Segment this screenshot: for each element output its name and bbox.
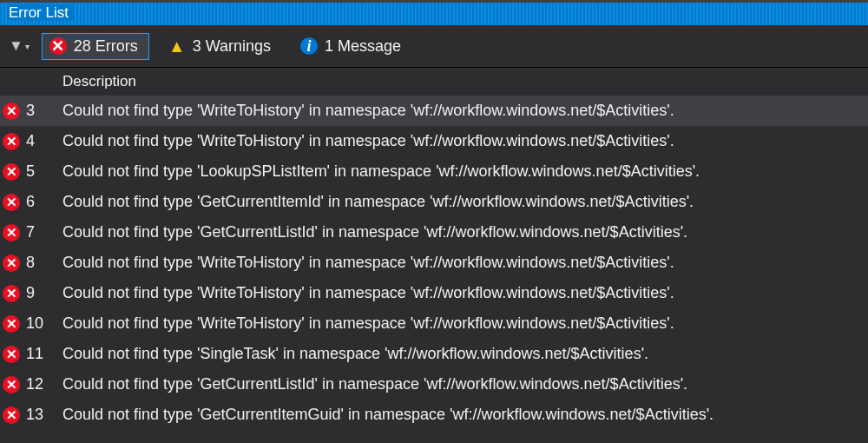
- row-description: Could not find type 'GetCurrentItemGuid'…: [59, 406, 868, 424]
- grid-header: Description: [0, 68, 868, 96]
- panel-title: Error List: [0, 0, 868, 25]
- row-description: Could not find type 'GetCurrentListId' i…: [59, 375, 868, 393]
- row-description: Could not find type 'WriteToHistory' in …: [59, 284, 868, 302]
- table-row[interactable]: ✕9Could not find type 'WriteToHistory' i…: [0, 278, 868, 308]
- error-icon: ✕: [3, 133, 20, 150]
- row-icon-cell: ✕: [0, 407, 23, 424]
- row-description: Could not find type 'SingleTask' in name…: [59, 345, 868, 363]
- errors-count-label: 28 Errors: [74, 37, 138, 56]
- info-icon: i: [300, 37, 318, 55]
- row-icon-cell: ✕: [0, 102, 23, 120]
- messages-count-label: 1 Message: [325, 37, 401, 56]
- errors-toggle[interactable]: ✕ 28 Errors: [42, 33, 149, 60]
- row-icon-cell: ✕: [0, 346, 23, 363]
- error-icon: ✕: [3, 194, 20, 211]
- row-number: 6: [23, 193, 59, 211]
- error-icon: ✕: [3, 407, 20, 424]
- error-icon: ✕: [3, 224, 20, 241]
- row-description: Could not find type 'GetCurrentListId' i…: [59, 223, 868, 241]
- error-icon: ✕: [3, 346, 20, 363]
- table-row[interactable]: ✕5Could not find type 'LookupSPListItem'…: [0, 156, 868, 187]
- error-icon: ✕: [3, 376, 20, 393]
- error-grid: ✕3Could not find type 'WriteToHistory' i…: [0, 96, 868, 430]
- warnings-toggle[interactable]: ▲ 3 Warnings: [161, 33, 281, 60]
- row-icon-cell: ✕: [0, 163, 23, 181]
- row-number: 4: [23, 132, 59, 150]
- table-row[interactable]: ✕12Could not find type 'GetCurrentListId…: [0, 369, 868, 400]
- error-icon: ✕: [3, 102, 20, 120]
- table-row[interactable]: ✕10Could not find type 'WriteToHistory' …: [0, 308, 868, 339]
- error-icon: ✕: [3, 315, 20, 333]
- toolbar: ▼ ▾ ✕ 28 Errors ▲ 3 Warnings i 1 Message: [0, 25, 868, 68]
- error-icon: ✕: [3, 285, 20, 302]
- row-icon-cell: ✕: [0, 315, 23, 333]
- table-row[interactable]: ✕13Could not find type 'GetCurrentItemGu…: [0, 400, 868, 430]
- panel-title-text: Error List: [9, 4, 74, 21]
- row-number: 5: [23, 162, 59, 181]
- table-row[interactable]: ✕8Could not find type 'WriteToHistory' i…: [0, 248, 868, 278]
- row-number: 11: [23, 345, 59, 363]
- row-description: Could not find type 'WriteToHistory' in …: [59, 314, 868, 333]
- warning-icon: ▲: [168, 36, 186, 56]
- warnings-count-label: 3 Warnings: [193, 37, 271, 56]
- filter-dropdown[interactable]: ▼ ▾: [9, 37, 30, 55]
- row-icon-cell: ✕: [0, 285, 23, 302]
- error-icon: ✕: [3, 255, 20, 272]
- table-row[interactable]: ✕3Could not find type 'WriteToHistory' i…: [0, 96, 868, 126]
- funnel-icon: ▼: [9, 37, 23, 55]
- table-row[interactable]: ✕7Could not find type 'GetCurrentListId'…: [0, 217, 868, 248]
- header-description[interactable]: Description: [59, 73, 868, 90]
- error-icon: ✕: [3, 163, 20, 181]
- table-row[interactable]: ✕6Could not find type 'GetCurrentItemId'…: [0, 187, 868, 217]
- row-description: Could not find type 'WriteToHistory' in …: [59, 132, 868, 150]
- row-icon-cell: ✕: [0, 255, 23, 272]
- row-description: Could not find type 'WriteToHistory' in …: [59, 254, 868, 272]
- row-number: 12: [23, 375, 59, 393]
- row-description: Could not find type 'LookupSPListItem' i…: [59, 162, 868, 181]
- row-description: Could not find type 'GetCurrentItemId' i…: [59, 193, 868, 211]
- table-row[interactable]: ✕4Could not find type 'WriteToHistory' i…: [0, 126, 868, 156]
- row-number: 7: [23, 223, 59, 241]
- table-row[interactable]: ✕11Could not find type 'SingleTask' in n…: [0, 339, 868, 369]
- row-icon-cell: ✕: [0, 133, 23, 150]
- row-number: 8: [23, 254, 59, 272]
- row-number: 10: [23, 314, 59, 333]
- row-number: 13: [23, 406, 59, 424]
- row-number: 9: [23, 284, 59, 302]
- row-icon-cell: ✕: [0, 194, 23, 211]
- messages-toggle[interactable]: i 1 Message: [293, 34, 411, 59]
- chevron-down-icon: ▾: [25, 42, 30, 51]
- row-number: 3: [23, 102, 59, 120]
- error-icon: ✕: [49, 37, 67, 55]
- row-icon-cell: ✕: [0, 376, 23, 393]
- row-icon-cell: ✕: [0, 224, 23, 241]
- row-description: Could not find type 'WriteToHistory' in …: [59, 102, 868, 120]
